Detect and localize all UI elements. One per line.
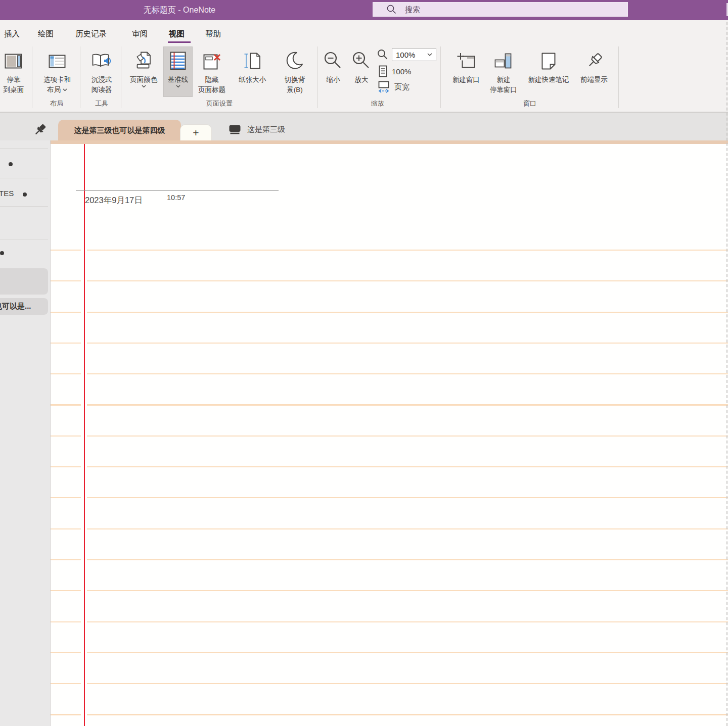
add-page-tab-button[interactable]: + <box>180 125 211 141</box>
page-tab-inactive[interactable]: 这是第三级 <box>229 121 285 137</box>
immersive-reader-button[interactable]: 沉浸式 阅读器 <box>83 47 120 96</box>
tab-review[interactable]: 审阅 <box>132 20 148 45</box>
tabs-and-layout-button[interactable]: 选项卡和 布局 <box>35 47 79 96</box>
window-title: 无标题页 - OneNote <box>0 0 359 20</box>
page-time: 10:57 <box>167 193 185 202</box>
keep-on-top-button[interactable]: 前端显示 <box>574 47 614 96</box>
group-label-layout: 布局 <box>50 99 63 108</box>
hide-page-title-button[interactable]: 隐藏 页面标题 <box>194 47 230 96</box>
chevron-down-icon <box>142 85 146 88</box>
zoom-level-combobox[interactable]: 100% <box>392 48 436 61</box>
paper-size-icon <box>243 49 262 73</box>
new-quick-note-icon <box>539 49 558 73</box>
fit-page-icon <box>378 65 388 78</box>
unread-bullet <box>0 251 4 255</box>
search-input[interactable] <box>404 5 598 14</box>
baseline-button[interactable]: 基准线 <box>164 47 192 96</box>
ribbon: 停靠 到桌面 选项卡和 布局 沉浸式 阅读器 页面颜色 <box>0 45 728 112</box>
margin-line <box>84 144 85 726</box>
new-quick-note-button[interactable]: 新建快速笔记 <box>522 47 575 96</box>
notebook-icon <box>229 124 242 135</box>
search-box[interactable] <box>373 2 628 17</box>
chevron-down-icon <box>176 85 180 88</box>
page-width-button[interactable]: 页宽 <box>378 80 410 93</box>
ribbon-button-label: 沉浸式 <box>92 75 112 85</box>
ribbon-button-label: 页面标题 <box>198 85 225 95</box>
zoom-100-button[interactable]: 100% <box>378 65 411 78</box>
new-docked-window-button[interactable]: 新建 停靠窗口 <box>484 47 523 96</box>
ruled-lines <box>51 250 728 726</box>
active-tab-underline <box>168 41 191 43</box>
chevron-down-icon <box>63 88 67 91</box>
ribbon-button-label: 纸张大小 <box>239 75 266 85</box>
page-tab-label: 这是第三级也可以是第四级 <box>74 126 165 135</box>
list-divider <box>0 206 48 207</box>
title-bar: 无标题页 - OneNote <box>0 0 728 20</box>
group-label-page-setup: 页面设置 <box>206 99 233 108</box>
group-label-window: 窗口 <box>523 99 536 108</box>
ribbon-button-label: 阅读器 <box>92 85 112 95</box>
keep-on-top-icon <box>584 49 604 73</box>
ribbon-button-label: 布局 <box>47 85 67 95</box>
paper-size-button[interactable]: 纸张大小 <box>231 47 274 96</box>
dock-desktop-icon <box>5 49 23 73</box>
ribbon-button-label: 选项卡和 <box>43 75 71 85</box>
group-separator <box>121 46 121 108</box>
ribbon-button-label: 页面颜色 <box>130 75 157 85</box>
zoom-in-button[interactable]: 放大 <box>347 47 376 96</box>
list-divider <box>0 178 48 178</box>
group-separator <box>618 46 619 108</box>
new-docked-window-icon <box>494 49 513 73</box>
ribbon-button-label: 新建快速笔记 <box>528 75 569 85</box>
dock-to-desktop-button[interactable]: 停靠 到桌面 <box>0 47 30 96</box>
page-date: 2023年9月17日 <box>85 195 143 206</box>
tab-insert[interactable]: 插入 <box>4 20 20 45</box>
ribbon-button-label: 隐藏 <box>205 75 219 85</box>
immersive-reader-icon <box>91 49 112 73</box>
tab-draw[interactable]: 绘图 <box>38 20 54 45</box>
tab-help[interactable]: 帮助 <box>205 20 221 45</box>
ribbon-button-label: 缩小 <box>327 75 340 85</box>
group-separator <box>80 46 80 108</box>
group-label-zoom: 缩放 <box>371 99 384 108</box>
ribbon-button-label: 到桌面 <box>4 85 24 95</box>
page-top-strip <box>51 140 728 144</box>
list-item-selected[interactable] <box>0 268 48 295</box>
zoom-out-button[interactable]: 缩小 <box>320 47 347 96</box>
zoom-level-row: 100% <box>377 48 436 61</box>
chevron-down-icon <box>427 53 432 56</box>
new-window-button[interactable]: 新建窗口 <box>448 47 484 96</box>
list-item[interactable]: TES <box>0 189 14 198</box>
page-color-icon <box>134 49 153 73</box>
toggle-background-button[interactable]: 切换背 景(B) <box>275 47 315 96</box>
hide-page-title-icon <box>202 49 221 73</box>
ribbon-button-label: 放大 <box>355 75 369 85</box>
tab-history[interactable]: 历史记录 <box>75 20 107 45</box>
page-width-icon <box>378 80 391 93</box>
note-page[interactable]: 2023年9月17日 10:57 <box>51 144 728 726</box>
zoom-controls: 100% 100% 页宽 <box>377 47 439 107</box>
list-divider <box>0 148 48 149</box>
title-underline <box>76 190 279 191</box>
list-item-selected[interactable]: 也可以是... <box>0 298 48 315</box>
group-label-tools: 工具 <box>95 99 108 108</box>
baseline-icon <box>169 49 187 73</box>
page-color-button[interactable]: 页面颜色 <box>125 47 162 96</box>
list-item-label: 也可以是... <box>0 302 31 311</box>
ribbon-button-label: 新建窗口 <box>452 75 480 85</box>
zoom-magnifier-icon <box>377 49 388 60</box>
ribbon-button-label: 切换背 <box>285 75 305 85</box>
pin-icon[interactable] <box>33 123 47 139</box>
zoom-out-icon <box>323 49 343 73</box>
search-icon <box>386 4 397 15</box>
ribbon-button-label: 停靠 <box>7 75 21 85</box>
tabs-layout-icon <box>49 49 66 73</box>
ribbon-button-label: 新建 <box>497 75 511 85</box>
page-tab-active[interactable]: 这是第三级也可以是第四级 <box>58 120 181 141</box>
toggle-background-icon <box>285 49 304 73</box>
page-list-sidebar: TES 也可以是... <box>0 140 51 726</box>
ribbon-tab-row: 插入 绘图 历史记录 审阅 视图 帮助 <box>0 20 728 45</box>
ribbon-button-label: 页宽 <box>394 82 410 92</box>
unread-bullet <box>23 192 27 197</box>
group-separator <box>32 46 32 108</box>
